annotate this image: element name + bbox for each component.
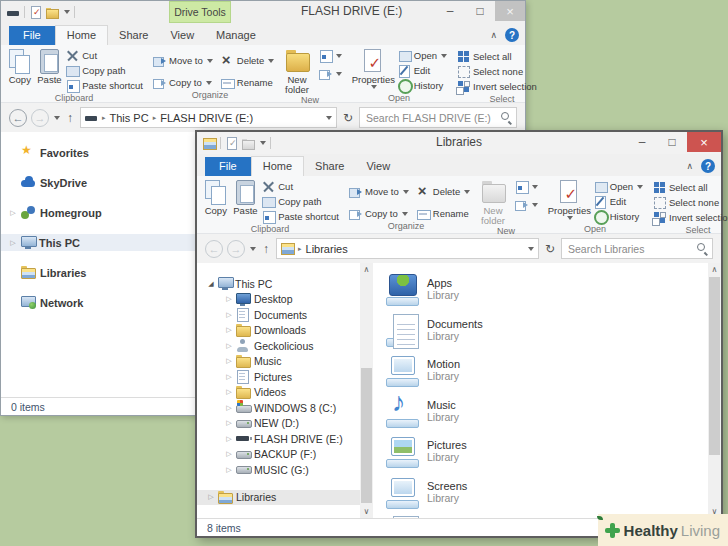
properties-button[interactable]: Properties <box>351 48 396 89</box>
breadcrumb-libraries[interactable]: Libraries <box>306 243 348 255</box>
tree-item[interactable]: Music <box>197 354 373 370</box>
tab-home[interactable]: Home <box>55 25 108 45</box>
expander-icon[interactable] <box>225 435 233 443</box>
tree-item[interactable]: Libraries <box>197 490 373 506</box>
expander-icon[interactable] <box>225 342 233 350</box>
qat-customize-icon[interactable] <box>260 141 266 145</box>
address-dropdown-icon[interactable] <box>326 116 332 120</box>
qat-new-folder-icon[interactable] <box>242 137 255 150</box>
maximize-button[interactable]: □ <box>465 1 495 21</box>
expander-icon[interactable] <box>225 311 233 319</box>
open-button[interactable]: Open <box>398 48 447 63</box>
expander-icon[interactable] <box>207 493 215 501</box>
expander-icon[interactable] <box>225 326 233 334</box>
scroll-up-icon[interactable]: ∧ <box>360 263 373 276</box>
tree-item[interactable]: Downloads <box>197 323 373 339</box>
expander-icon[interactable] <box>225 419 233 427</box>
delete-button[interactable]: Delete <box>221 53 274 68</box>
collapse-ribbon-icon[interactable]: ∧ <box>686 161 693 171</box>
select-none-button[interactable]: Select none <box>653 195 728 210</box>
library-item[interactable]: Music Library <box>383 391 708 432</box>
scrollbar-thumb[interactable] <box>709 277 720 455</box>
maximize-button[interactable]: □ <box>657 132 687 152</box>
paste-button[interactable]: Paste <box>35 48 65 85</box>
library-item[interactable]: Apps Library <box>383 269 708 310</box>
tree-item[interactable]: FLASH DRIVE (E:) <box>197 431 373 447</box>
copy-button[interactable]: Copy <box>5 48 35 85</box>
expander-icon[interactable] <box>225 357 233 365</box>
tree-item[interactable]: Desktop <box>197 292 373 308</box>
edit-button[interactable]: Edit <box>398 63 447 78</box>
tree-item[interactable]: NEW (D:) <box>197 416 373 432</box>
tab-manage[interactable]: Manage <box>205 26 267 45</box>
back-icon[interactable]: ← <box>9 109 27 127</box>
copy-path-button[interactable]: Copy path <box>66 63 143 78</box>
forward-icon[interactable]: → <box>31 109 49 127</box>
scroll-up-icon[interactable]: ∧ <box>708 263 721 276</box>
tree-item[interactable]: Documents <box>197 307 373 323</box>
tree-item[interactable]: WINDOWS 8 (C:) <box>197 400 373 416</box>
library-item[interactable]: Pictures Library <box>383 431 708 472</box>
expander-icon[interactable] <box>225 404 233 412</box>
qat-customize-icon[interactable] <box>64 10 70 14</box>
paste-button[interactable]: Paste <box>231 179 261 216</box>
tree-item[interactable]: Videos <box>197 385 373 401</box>
forward-icon[interactable]: → <box>227 240 245 258</box>
expander-icon[interactable] <box>225 388 233 396</box>
recent-locations-icon[interactable] <box>250 247 256 251</box>
help-icon[interactable]: ? <box>505 28 519 42</box>
paste-shortcut-button[interactable]: Paste shortcut <box>66 78 143 93</box>
collapse-ribbon-icon[interactable]: ∧ <box>490 30 497 40</box>
invert-selection-button[interactable]: Invert selection <box>457 79 537 94</box>
breadcrumb-flash-drive[interactable]: FLASH DRIVE (E:) <box>160 112 253 124</box>
copy-to-button[interactable]: Copy to <box>349 206 409 221</box>
expander-icon[interactable] <box>225 466 233 474</box>
help-icon[interactable]: ? <box>701 159 715 173</box>
select-all-button[interactable]: Select all <box>457 49 537 64</box>
tab-view[interactable]: View <box>159 26 205 45</box>
tree-item[interactable]: Geckolicious <box>197 338 373 354</box>
breadcrumb[interactable]: ▸ This PC ▸ FLASH DRIVE (E:) <box>80 107 337 128</box>
up-icon[interactable]: ↑ <box>64 111 76 125</box>
tab-view[interactable]: View <box>355 157 401 176</box>
tab-share[interactable]: Share <box>108 26 159 45</box>
libraries-titlebar[interactable]: Libraries – □ × <box>197 132 721 154</box>
invert-selection-button[interactable]: Invert selection <box>653 210 728 225</box>
expander-icon[interactable] <box>225 295 233 303</box>
tab-share[interactable]: Share <box>304 157 355 176</box>
recent-locations-icon[interactable] <box>54 116 60 120</box>
refresh-icon[interactable]: ↻ <box>341 111 355 125</box>
back-icon[interactable]: ← <box>205 240 223 258</box>
delete-button[interactable]: Delete <box>417 184 470 199</box>
search-input[interactable] <box>561 238 713 259</box>
tree-item[interactable]: This PC <box>197 276 373 292</box>
close-button[interactable]: × <box>495 1 525 21</box>
history-button[interactable]: History <box>398 78 447 93</box>
new-item-button[interactable] <box>515 197 538 212</box>
scroll-down-icon[interactable]: ∨ <box>360 505 373 518</box>
expander-icon[interactable] <box>9 239 17 247</box>
tab-file[interactable]: File <box>205 157 251 176</box>
minimize-button[interactable]: – <box>435 1 465 21</box>
breadcrumb[interactable]: ▸ Libraries <box>276 238 539 259</box>
history-button[interactable]: History <box>594 209 643 224</box>
tree-item[interactable]: MUSIC (G:) <box>197 462 373 478</box>
rename-button[interactable]: Rename <box>221 75 274 90</box>
copy-to-button[interactable]: Copy to <box>153 75 213 90</box>
move-to-button[interactable]: Move to <box>349 184 409 199</box>
cut-button[interactable]: Cut <box>262 179 339 194</box>
copy-path-button[interactable]: Copy path <box>262 194 339 209</box>
qat-properties-icon[interactable] <box>29 6 42 19</box>
new-item-button[interactable] <box>319 66 342 81</box>
move-to-button[interactable]: Move to <box>153 53 213 68</box>
expander-icon[interactable] <box>9 209 17 217</box>
refresh-icon[interactable]: ↻ <box>543 242 557 256</box>
rename-button[interactable]: Rename <box>417 206 470 221</box>
tab-file[interactable]: File <box>9 26 55 45</box>
easy-access-button[interactable] <box>515 179 538 194</box>
tab-home[interactable]: Home <box>251 156 304 176</box>
close-button[interactable]: × <box>687 132 721 152</box>
files-scrollbar[interactable]: ∧ ∨ <box>708 263 721 518</box>
select-all-button[interactable]: Select all <box>653 180 728 195</box>
tree-item[interactable]: BACKUP (F:) <box>197 447 373 463</box>
